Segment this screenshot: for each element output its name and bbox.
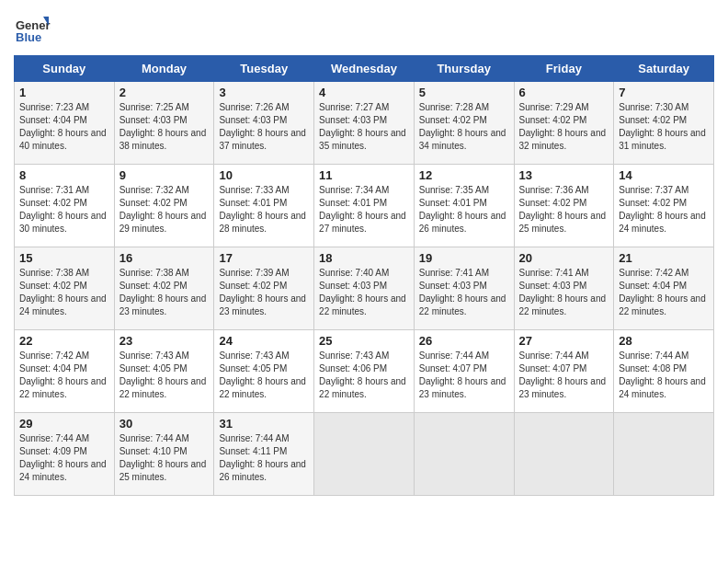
day-info: Sunrise: 7:44 AM Sunset: 4:08 PM Dayligh… — [619, 350, 706, 399]
calendar-cell: 5 Sunrise: 7:28 AM Sunset: 4:02 PM Dayli… — [414, 82, 514, 165]
day-info: Sunrise: 7:38 AM Sunset: 4:02 PM Dayligh… — [19, 268, 107, 316]
day-number: 8 — [19, 168, 109, 182]
day-number: 18 — [319, 251, 409, 265]
weekday-header-saturday: Saturday — [614, 56, 714, 82]
day-info: Sunrise: 7:39 AM Sunset: 4:02 PM Dayligh… — [219, 268, 306, 316]
day-info: Sunrise: 7:44 AM Sunset: 4:07 PM Dayligh… — [519, 350, 607, 399]
day-info: Sunrise: 7:32 AM Sunset: 4:02 PM Dayligh… — [119, 185, 207, 234]
day-number: 9 — [119, 168, 210, 182]
day-info: Sunrise: 7:38 AM Sunset: 4:02 PM Dayligh… — [119, 268, 207, 316]
calendar-cell: 30 Sunrise: 7:44 AM Sunset: 4:10 PM Dayl… — [114, 413, 214, 496]
day-info: Sunrise: 7:35 AM Sunset: 4:01 PM Dayligh… — [419, 185, 506, 234]
svg-text:Blue: Blue — [16, 30, 41, 44]
day-number: 6 — [519, 86, 609, 99]
calendar-cell: 10 Sunrise: 7:33 AM Sunset: 4:01 PM Dayl… — [214, 165, 314, 247]
day-info: Sunrise: 7:44 AM Sunset: 4:10 PM Dayligh… — [119, 433, 207, 482]
logo: General Blue — [14, 9, 54, 46]
calendar-cell: 1 Sunrise: 7:23 AM Sunset: 4:04 PM Dayli… — [15, 82, 115, 165]
day-number: 2 — [119, 86, 210, 99]
day-number: 22 — [19, 334, 109, 348]
calendar-cell: 3 Sunrise: 7:26 AM Sunset: 4:03 PM Dayli… — [214, 82, 314, 165]
day-number: 12 — [419, 168, 509, 182]
calendar-cell: 16 Sunrise: 7:38 AM Sunset: 4:02 PM Dayl… — [114, 247, 214, 330]
day-info: Sunrise: 7:26 AM Sunset: 4:03 PM Dayligh… — [219, 102, 306, 151]
day-info: Sunrise: 7:42 AM Sunset: 4:04 PM Dayligh… — [619, 268, 706, 316]
header: General Blue — [14, 9, 714, 46]
day-info: Sunrise: 7:33 AM Sunset: 4:01 PM Dayligh… — [219, 185, 306, 234]
day-number: 29 — [19, 417, 109, 431]
day-info: Sunrise: 7:27 AM Sunset: 4:03 PM Dayligh… — [319, 102, 406, 151]
calendar-cell: 21 Sunrise: 7:42 AM Sunset: 4:04 PM Dayl… — [614, 247, 714, 330]
day-info: Sunrise: 7:40 AM Sunset: 4:03 PM Dayligh… — [319, 268, 406, 316]
day-info: Sunrise: 7:25 AM Sunset: 4:03 PM Dayligh… — [119, 102, 207, 151]
day-number: 10 — [219, 168, 309, 182]
day-info: Sunrise: 7:29 AM Sunset: 4:02 PM Dayligh… — [519, 102, 607, 151]
day-info: Sunrise: 7:30 AM Sunset: 4:02 PM Dayligh… — [619, 102, 706, 151]
calendar-header: SundayMondayTuesdayWednesdayThursdayFrid… — [15, 56, 714, 82]
day-number: 13 — [519, 168, 609, 182]
calendar-cell: 6 Sunrise: 7:29 AM Sunset: 4:02 PM Dayli… — [514, 82, 614, 165]
day-number: 19 — [419, 251, 509, 265]
day-info: Sunrise: 7:44 AM Sunset: 4:07 PM Dayligh… — [419, 350, 506, 399]
day-info: Sunrise: 7:23 AM Sunset: 4:04 PM Dayligh… — [19, 102, 107, 151]
weekday-header-sunday: Sunday — [15, 56, 115, 82]
day-number: 24 — [219, 334, 309, 348]
weekday-header-tuesday: Tuesday — [214, 56, 314, 82]
calendar-cell: 26 Sunrise: 7:44 AM Sunset: 4:07 PM Dayl… — [414, 330, 514, 413]
weekday-header-thursday: Thursday — [414, 56, 514, 82]
calendar-cell: 18 Sunrise: 7:40 AM Sunset: 4:03 PM Dayl… — [314, 247, 415, 330]
day-info: Sunrise: 7:41 AM Sunset: 4:03 PM Dayligh… — [519, 268, 607, 316]
calendar-cell: 17 Sunrise: 7:39 AM Sunset: 4:02 PM Dayl… — [214, 247, 314, 330]
day-number: 23 — [119, 334, 210, 348]
day-number: 16 — [119, 251, 210, 265]
calendar-cell: 7 Sunrise: 7:30 AM Sunset: 4:02 PM Dayli… — [614, 82, 714, 165]
calendar-cell — [414, 413, 514, 496]
day-info: Sunrise: 7:41 AM Sunset: 4:03 PM Dayligh… — [419, 268, 506, 316]
calendar-cell: 31 Sunrise: 7:44 AM Sunset: 4:11 PM Dayl… — [214, 413, 314, 496]
calendar-cell: 12 Sunrise: 7:35 AM Sunset: 4:01 PM Dayl… — [414, 165, 514, 247]
day-number: 28 — [619, 334, 709, 348]
day-number: 4 — [319, 86, 409, 99]
day-info: Sunrise: 7:31 AM Sunset: 4:02 PM Dayligh… — [19, 185, 107, 234]
calendar-cell: 22 Sunrise: 7:42 AM Sunset: 4:04 PM Dayl… — [15, 330, 115, 413]
day-number: 3 — [219, 86, 309, 99]
calendar-cell: 15 Sunrise: 7:38 AM Sunset: 4:02 PM Dayl… — [15, 247, 115, 330]
calendar-cell: 13 Sunrise: 7:36 AM Sunset: 4:02 PM Dayl… — [514, 165, 614, 247]
calendar-cell: 9 Sunrise: 7:32 AM Sunset: 4:02 PM Dayli… — [114, 165, 214, 247]
day-info: Sunrise: 7:34 AM Sunset: 4:01 PM Dayligh… — [319, 185, 406, 234]
day-number: 21 — [619, 251, 709, 265]
day-info: Sunrise: 7:28 AM Sunset: 4:02 PM Dayligh… — [419, 102, 506, 151]
calendar-cell: 4 Sunrise: 7:27 AM Sunset: 4:03 PM Dayli… — [314, 82, 415, 165]
day-number: 15 — [19, 251, 109, 265]
day-info: Sunrise: 7:37 AM Sunset: 4:02 PM Dayligh… — [619, 185, 706, 234]
calendar-cell: 19 Sunrise: 7:41 AM Sunset: 4:03 PM Dayl… — [414, 247, 514, 330]
calendar-cell — [514, 413, 614, 496]
calendar-cell: 24 Sunrise: 7:43 AM Sunset: 4:05 PM Dayl… — [214, 330, 314, 413]
day-info: Sunrise: 7:43 AM Sunset: 4:05 PM Dayligh… — [119, 350, 207, 399]
calendar-cell: 29 Sunrise: 7:44 AM Sunset: 4:09 PM Dayl… — [15, 413, 115, 496]
calendar-week-1: 1 Sunrise: 7:23 AM Sunset: 4:04 PM Dayli… — [15, 82, 714, 165]
weekday-header-wednesday: Wednesday — [314, 56, 415, 82]
calendar-cell: 27 Sunrise: 7:44 AM Sunset: 4:07 PM Dayl… — [514, 330, 614, 413]
day-number: 11 — [319, 168, 409, 182]
weekday-header-friday: Friday — [514, 56, 614, 82]
day-info: Sunrise: 7:44 AM Sunset: 4:09 PM Dayligh… — [19, 433, 107, 482]
calendar-table: SundayMondayTuesdayWednesdayThursdayFrid… — [14, 55, 714, 496]
calendar-week-2: 8 Sunrise: 7:31 AM Sunset: 4:02 PM Dayli… — [15, 165, 714, 247]
day-info: Sunrise: 7:43 AM Sunset: 4:05 PM Dayligh… — [219, 350, 306, 399]
day-number: 1 — [19, 86, 109, 99]
day-number: 5 — [419, 86, 509, 99]
calendar-cell: 11 Sunrise: 7:34 AM Sunset: 4:01 PM Dayl… — [314, 165, 415, 247]
calendar-cell: 20 Sunrise: 7:41 AM Sunset: 4:03 PM Dayl… — [514, 247, 614, 330]
calendar-cell: 25 Sunrise: 7:43 AM Sunset: 4:06 PM Dayl… — [314, 330, 415, 413]
calendar-cell: 28 Sunrise: 7:44 AM Sunset: 4:08 PM Dayl… — [614, 330, 714, 413]
calendar-cell: 23 Sunrise: 7:43 AM Sunset: 4:05 PM Dayl… — [114, 330, 214, 413]
calendar-week-3: 15 Sunrise: 7:38 AM Sunset: 4:02 PM Dayl… — [15, 247, 714, 330]
day-number: 20 — [519, 251, 609, 265]
day-info: Sunrise: 7:36 AM Sunset: 4:02 PM Dayligh… — [519, 185, 607, 234]
calendar-cell — [614, 413, 714, 496]
day-info: Sunrise: 7:42 AM Sunset: 4:04 PM Dayligh… — [19, 350, 107, 399]
calendar-cell: 8 Sunrise: 7:31 AM Sunset: 4:02 PM Dayli… — [15, 165, 115, 247]
calendar-week-4: 22 Sunrise: 7:42 AM Sunset: 4:04 PM Dayl… — [15, 330, 714, 413]
day-number: 17 — [219, 251, 309, 265]
